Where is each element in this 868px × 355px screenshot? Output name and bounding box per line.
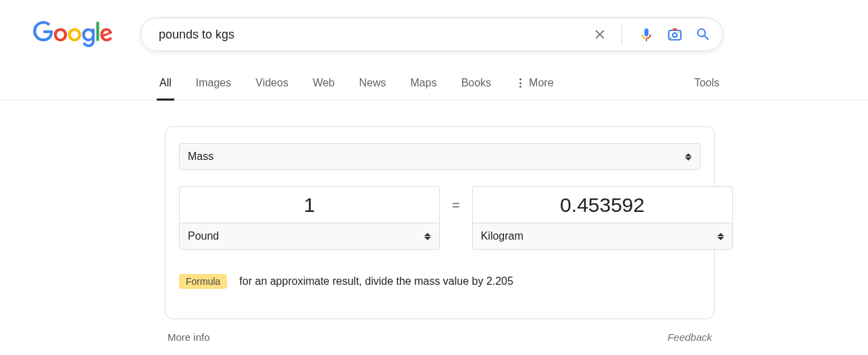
google-logo[interactable]	[32, 21, 113, 48]
from-unit-select[interactable]: Pound	[179, 223, 440, 250]
svg-point-4	[670, 37, 671, 38]
tab-videos[interactable]: Videos	[253, 70, 291, 100]
tab-more[interactable]: More	[513, 70, 556, 100]
search-input[interactable]	[157, 27, 592, 43]
search-bar	[141, 18, 723, 51]
tab-images[interactable]: Images	[193, 70, 234, 100]
formula-text: for an approximate result, divide the ma…	[239, 275, 513, 288]
unit-converter-card: Mass Pound = Kilogram Formula	[165, 126, 715, 319]
from-value-input[interactable]	[179, 186, 440, 223]
svg-rect-2	[673, 28, 677, 30]
tab-web[interactable]: Web	[310, 70, 338, 100]
to-value-input[interactable]	[472, 186, 733, 223]
category-label: Mass	[188, 151, 213, 163]
tab-maps[interactable]: Maps	[408, 70, 440, 100]
tab-news[interactable]: News	[357, 70, 389, 100]
chevron-updown-icon	[717, 233, 724, 240]
svg-point-1	[673, 33, 677, 37]
feedback-link[interactable]: Feedback	[667, 331, 712, 343]
tab-books[interactable]: Books	[459, 70, 494, 100]
from-unit-label: Pound	[188, 230, 219, 242]
chevron-updown-icon	[424, 233, 431, 240]
chevron-updown-icon	[685, 153, 692, 161]
formula-badge: Formula	[179, 274, 227, 289]
divider	[621, 24, 622, 45]
more-dots-icon	[515, 78, 525, 88]
tools-button[interactable]: Tools	[692, 70, 722, 100]
tab-more-label: More	[529, 77, 553, 89]
to-unit-label: Kilogram	[481, 230, 524, 242]
search-icon[interactable]	[695, 26, 711, 43]
voice-search-icon[interactable]	[638, 26, 655, 43]
svg-point-3	[678, 32, 680, 33]
category-select[interactable]: Mass	[179, 143, 700, 170]
more-info-link[interactable]: More info	[168, 331, 210, 343]
image-search-icon[interactable]	[667, 26, 683, 43]
equals-sign: =	[452, 198, 460, 213]
to-unit-select[interactable]: Kilogram	[472, 223, 733, 250]
clear-icon[interactable]	[592, 26, 608, 43]
tab-all[interactable]: All	[157, 70, 174, 100]
